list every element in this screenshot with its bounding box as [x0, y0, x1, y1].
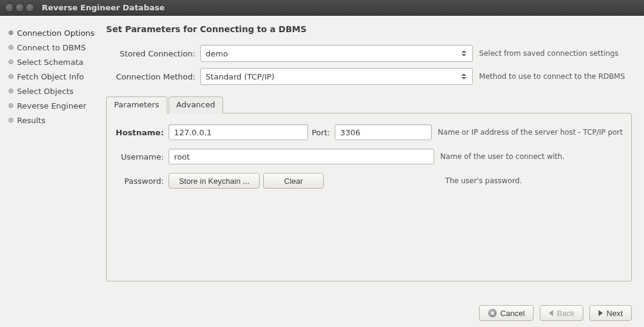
connection-method-value: Standard (TCP/IP) [206, 72, 460, 81]
hostname-input[interactable] [169, 124, 308, 140]
username-row: Username: Name of the user to connect wi… [115, 149, 623, 164]
back-arrow-icon [549, 310, 553, 316]
step-connect-to-dbms: Connect to DBMS [8, 40, 98, 55]
step-label: Select Objects [17, 87, 73, 96]
password-row: Password: Store in Keychain ... Clear Th… [115, 173, 623, 189]
stored-connection-row: Stored Connection: demo Select from save… [106, 45, 632, 62]
step-results: Results [8, 113, 98, 127]
step-fetch-object-info: Fetch Object Info [8, 69, 98, 84]
store-keychain-button[interactable]: Store in Keychain ... [169, 173, 260, 189]
password-hint: The user's password. [445, 177, 522, 185]
step-bullet-icon [8, 89, 13, 93]
stored-connection-hint: Select from saved connection settings [479, 49, 619, 58]
hostname-row: Hostname: Port: Name or IP address of th… [115, 124, 623, 140]
step-select-objects: Select Objects [8, 84, 98, 98]
step-label: Fetch Object Info [17, 72, 84, 81]
parameters-panel: Hostname: Port: Name or IP address of th… [106, 113, 632, 281]
step-bullet-icon [8, 74, 13, 79]
step-bullet-icon [8, 118, 13, 123]
step-bullet-icon [8, 45, 13, 50]
step-label: Reverse Engineer [17, 101, 86, 110]
step-label: Results [17, 116, 45, 125]
window-maximize-icon[interactable] [25, 3, 35, 12]
step-bullet-icon [8, 103, 13, 108]
username-input[interactable] [169, 149, 434, 164]
stored-connection-combo[interactable]: demo [200, 45, 473, 62]
next-button[interactable]: Next [589, 305, 632, 321]
combo-spinner-icon [460, 73, 468, 79]
combo-spinner-icon [460, 50, 468, 56]
step-label: Select Schemata [17, 58, 84, 67]
stored-connection-label: Stored Connection: [106, 49, 200, 58]
titlebar: Reverse Engineer Database [0, 0, 644, 16]
step-label: Connect to DBMS [17, 43, 86, 52]
connection-method-hint: Method to use to connect to the RDBMS [479, 72, 625, 81]
tab-advanced[interactable]: Advanced [169, 96, 223, 113]
step-bullet-icon [8, 59, 13, 64]
stored-connection-value: demo [206, 49, 460, 58]
wizard-sidebar: Connection Options Connect to DBMS Selec… [0, 16, 101, 327]
password-label: Password: [115, 177, 169, 186]
next-arrow-icon [599, 310, 603, 316]
hostname-hint: Name or IP address of the server host - … [438, 128, 623, 137]
cancel-button[interactable]: ✕ Cancel [479, 305, 534, 321]
cancel-icon: ✕ [488, 309, 497, 317]
port-input[interactable] [335, 124, 432, 140]
connection-method-label: Connection Method: [106, 72, 200, 81]
window-minimize-icon[interactable] [15, 3, 24, 12]
footer-buttons: ✕ Cancel Back Next [106, 297, 632, 321]
step-bullet-icon [8, 30, 13, 35]
window-controls [5, 3, 35, 12]
step-reverse-engineer: Reverse Engineer [8, 98, 98, 113]
connection-method-row: Connection Method: Standard (TCP/IP) Met… [106, 68, 632, 85]
connection-method-combo[interactable]: Standard (TCP/IP) [200, 68, 473, 85]
main-panel: Set Parameters for Connecting to a DBMS … [101, 16, 644, 327]
back-button[interactable]: Back [540, 305, 583, 321]
username-label: Username: [115, 152, 169, 161]
clear-password-button[interactable]: Clear [263, 173, 324, 189]
step-label: Connection Options [17, 29, 95, 38]
window-close-icon[interactable] [5, 3, 14, 12]
tabs-container: Parameters Advanced Hostname: Port: Name… [106, 96, 632, 281]
port-label: Port: [308, 128, 335, 137]
step-select-schemata: Select Schemata [8, 55, 98, 69]
page-heading: Set Parameters for Connecting to a DBMS [106, 24, 632, 34]
tab-parameters[interactable]: Parameters [106, 96, 167, 113]
step-connection-options: Connection Options [8, 25, 98, 40]
username-hint: Name of the user to connect with. [440, 152, 565, 161]
hostname-label: Hostname: [115, 128, 169, 137]
window-title: Reverse Engineer Database [42, 3, 165, 12]
